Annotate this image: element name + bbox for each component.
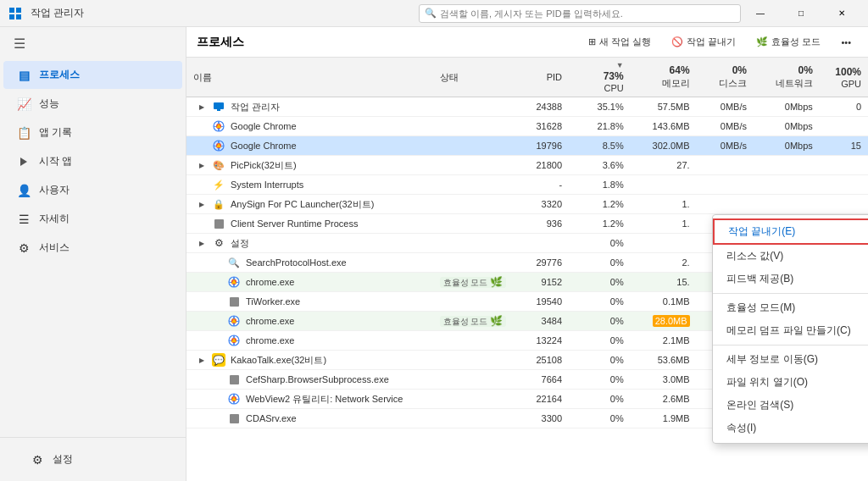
sidebar-item-services[interactable]: ⚙ 서비스 (3, 234, 182, 262)
col-status[interactable]: 상태 (433, 58, 516, 97)
new-task-button[interactable]: ⊞ 새 작업 실행 (581, 32, 658, 52)
memory-cell (631, 234, 697, 253)
end-task-icon: 🚫 (671, 36, 683, 47)
context-menu-item-efficiency-mode[interactable]: 효율성 모드(M) (713, 296, 868, 319)
sidebar: ☰ ▤ 프로세스 📈 성능 📋 앱 기록 시작 앱 👤 (0, 27, 186, 481)
cpu-cell: 0% (569, 409, 631, 428)
col-memory[interactable]: 64% 메모리 (631, 58, 697, 97)
sidebar-item-performance[interactable]: 📈 성능 (3, 90, 182, 118)
maximize-button[interactable]: □ (782, 0, 821, 27)
process-icon (212, 217, 225, 230)
search-bar[interactable]: 🔍 (419, 4, 741, 23)
col-name[interactable]: 이름 (186, 58, 433, 97)
efficiency-icon: 🌿 (756, 36, 768, 47)
memory-value: 1.9MB (663, 413, 690, 423)
process-icon (227, 314, 241, 328)
context-menu-item-create-dump[interactable]: 메모리 덤프 파일 만들기(C) (713, 319, 868, 342)
sidebar-item-processes[interactable]: ▤ 프로세스 (3, 61, 182, 89)
status-cell (433, 351, 516, 370)
sidebar-item-settings[interactable]: ⚙ 설정 (17, 445, 169, 473)
disk-cell: 0MB/s (697, 117, 754, 136)
end-task-button[interactable]: 🚫 작업 끝내기 (665, 32, 743, 52)
status-cell (433, 390, 516, 409)
memory-cell: 0.1MB (631, 292, 697, 312)
context-menu: 작업 끝내기(E)리소스 값(V)피드백 제공(B)효율성 모드(M)메모리 덤… (712, 214, 868, 444)
process-name-cell: ▶ 🔒 AnySign For PC Launcher(32비트) (186, 195, 433, 214)
process-name-cell: chrome.exe (186, 273, 433, 292)
context-menu-item-search-online[interactable]: 온라인 검색(S) (713, 394, 868, 417)
memory-value: 2.6MB (663, 394, 690, 404)
expand-icon[interactable]: ▶ (197, 199, 207, 209)
table-row[interactable]: Google Chrome 19796 8.5% 302.0MB 0MB/s 0… (186, 136, 868, 156)
expand-icon[interactable]: ▶ (197, 355, 207, 365)
context-menu-item-feedback[interactable]: 피드백 제공(B) (713, 268, 868, 290)
expand-icon[interactable]: ▶ (197, 102, 207, 112)
efficiency-mode-button[interactable]: 🌿 효율성 모드 (749, 32, 827, 52)
status-cell (433, 136, 516, 156)
process-icon: 🔍 (227, 256, 241, 269)
expand-icon[interactable]: ▶ (197, 238, 207, 248)
memory-cell: 57.5MB (631, 97, 697, 117)
minimize-button[interactable]: — (741, 0, 780, 27)
memory-cell: 302.0MB (631, 136, 697, 156)
process-name-text: AnySign For PC Launcher(32비트) (231, 198, 374, 211)
disk-cell: 0MB/s (697, 97, 754, 117)
gpu-cell (820, 117, 868, 136)
memory-value: 57.5MB (658, 102, 690, 112)
processes-icon: ▤ (17, 69, 31, 82)
process-name-cell: chrome.exe (186, 312, 433, 331)
context-menu-item-properties[interactable]: 속성(I) (713, 417, 868, 440)
main-layout: ☰ ▤ 프로세스 📈 성능 📋 앱 기록 시작 앱 👤 (0, 27, 868, 481)
memory-value: 53.6MB (658, 355, 690, 365)
process-name-cell: chrome.exe (186, 331, 433, 351)
status-cell (433, 409, 516, 428)
process-name-cell: ▶ 작업 관리자 (186, 97, 433, 117)
sidebar-item-users[interactable]: 👤 사용자 (3, 176, 182, 204)
process-name-cell: CDASrv.exe (186, 409, 433, 428)
memory-value: 28.0MB (653, 315, 690, 327)
process-icon (212, 139, 225, 152)
expand-icon[interactable]: ▶ (197, 160, 207, 170)
col-cpu[interactable]: ▼ 73% CPU (569, 58, 631, 97)
memory-cell: 3.0MB (631, 370, 697, 390)
context-menu-item-open-location[interactable]: 파일 위치 열기(O) (713, 371, 868, 394)
pid-cell: 3300 (516, 409, 569, 428)
close-button[interactable]: ✕ (822, 0, 861, 27)
table-row[interactable]: ▶ 🔒 AnySign For PC Launcher(32비트) 3320 1… (186, 195, 868, 214)
svg-rect-5 (214, 102, 224, 109)
table-row[interactable]: ▶ 🎨 PicPick(32비트) 21800 3.6% 27. (186, 156, 868, 175)
status-cell (433, 292, 516, 312)
svg-rect-22 (230, 414, 239, 423)
sidebar-item-startup[interactable]: 시작 앱 (3, 147, 182, 175)
table-row[interactable]: ▶ 작업 관리자 24388 35.1% 57.5MB 0MB/s 0Mbps … (186, 97, 868, 117)
process-name-cell: Google Chrome (186, 136, 433, 156)
table-row[interactable]: Google Chrome 31628 21.8% 143.6MB 0MB/s … (186, 117, 868, 136)
sidebar-item-app-history[interactable]: 📋 앱 기록 (3, 119, 182, 147)
network-cell (754, 156, 820, 175)
sidebar-item-details[interactable]: ☰ 자세히 (3, 205, 182, 233)
network-cell (754, 195, 820, 214)
process-name-text: chrome.exe (246, 316, 294, 326)
process-name-text: chrome.exe (246, 277, 294, 287)
memory-value: 143.6MB (653, 121, 690, 131)
hamburger-icon[interactable]: ☰ (14, 36, 25, 52)
sidebar-label-details: 자세히 (39, 212, 70, 226)
pid-cell: 19540 (516, 292, 569, 312)
more-options-button[interactable]: ••• (834, 34, 858, 51)
svg-rect-14 (230, 297, 239, 307)
svg-rect-6 (217, 109, 220, 111)
context-menu-item-end-task[interactable]: 작업 끝내기(E) (713, 218, 868, 245)
memory-value: 1. (682, 199, 689, 209)
app-icon (7, 5, 24, 22)
col-pid[interactable]: PID (516, 58, 569, 97)
context-menu-item-go-detail[interactable]: 세부 정보로 이동(G) (713, 348, 868, 371)
memory-value: 15. (676, 277, 689, 287)
col-network[interactable]: 0% 네트워크 (754, 58, 820, 97)
table-row[interactable]: ⚡ System Interrupts - 1.8% (186, 175, 868, 195)
col-gpu[interactable]: 100% GPU (820, 58, 868, 97)
process-name-cell: Client Server Runtime Process (186, 214, 433, 234)
process-name-text: Client Server Runtime Process (231, 218, 358, 229)
col-disk[interactable]: 0% 디스크 (697, 58, 754, 97)
search-input[interactable] (440, 8, 735, 19)
context-menu-item-resource-value[interactable]: 리소스 값(V) (713, 245, 868, 268)
